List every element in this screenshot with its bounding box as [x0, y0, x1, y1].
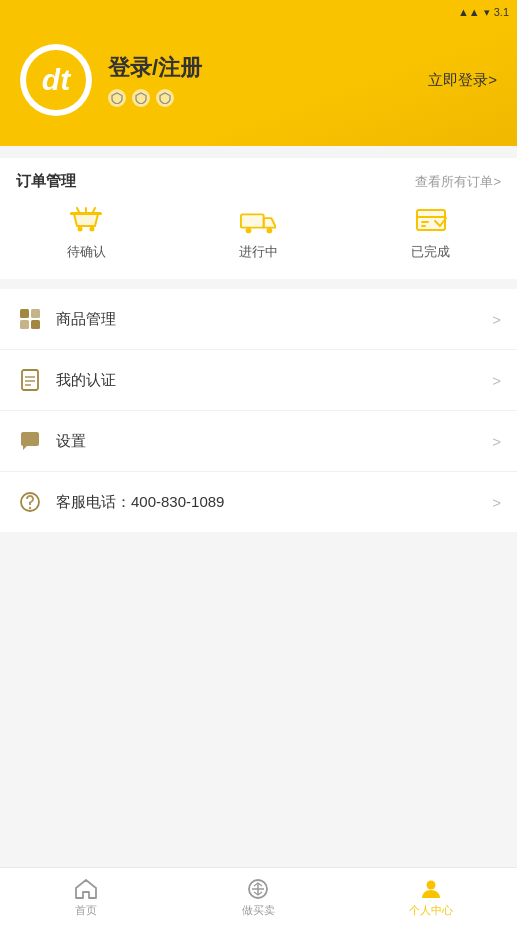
product-icon — [16, 305, 44, 333]
svg-point-4 — [246, 228, 252, 234]
cert-label: 我的认证 — [56, 371, 492, 390]
profile-icon — [419, 878, 443, 900]
product-label: 商品管理 — [56, 310, 492, 329]
badge-1 — [108, 89, 126, 107]
orders-header: 订单管理 查看所有订单> — [0, 158, 517, 201]
order-in-progress[interactable]: 进行中 — [172, 205, 344, 261]
orders-section: 订单管理 查看所有订单> — [0, 158, 517, 279]
nav-profile[interactable]: 个人中心 — [345, 878, 517, 918]
support-arrow: > — [492, 494, 501, 511]
svg-rect-0 — [70, 212, 102, 215]
order-completed-label: 已完成 — [411, 243, 450, 261]
nav-trade-label: 做买卖 — [242, 903, 275, 918]
svg-rect-14 — [31, 309, 40, 318]
basket-icon — [67, 205, 105, 237]
battery-indicator: 3.1 — [494, 6, 509, 18]
cert-arrow: > — [492, 372, 501, 389]
svg-point-22 — [29, 507, 31, 509]
support-icon — [16, 488, 44, 516]
nav-home-label: 首页 — [75, 903, 97, 918]
wifi-icon: ▾ — [484, 6, 490, 19]
profile-header: dt 登录/注册 立即登录> — [0, 24, 517, 146]
svg-rect-9 — [417, 210, 445, 230]
avatar-logo: dt — [26, 50, 86, 110]
signal-icon: ▲▲ — [458, 6, 480, 18]
profile-info: 登录/注册 — [108, 53, 202, 107]
settings-label: 设置 — [56, 432, 492, 451]
badge-3 — [156, 89, 174, 107]
delivery-icon — [239, 205, 277, 237]
settings-arrow: > — [492, 433, 501, 450]
view-all-orders-link[interactable]: 查看所有订单> — [415, 173, 501, 191]
svg-rect-12 — [421, 225, 426, 227]
svg-rect-17 — [22, 370, 38, 390]
svg-rect-7 — [264, 218, 275, 228]
orders-title: 订单管理 — [16, 172, 76, 191]
profile-title: 登录/注册 — [108, 53, 202, 83]
order-in-progress-label: 进行中 — [239, 243, 278, 261]
menu-item-cert[interactable]: 我的认证 > — [0, 350, 517, 411]
support-label: 客服电话：400-830-1089 — [56, 493, 492, 512]
svg-point-2 — [90, 227, 95, 232]
menu-item-support[interactable]: 客服电话：400-830-1089 > — [0, 472, 517, 532]
svg-rect-16 — [31, 320, 40, 329]
chat-icon — [16, 427, 44, 455]
svg-rect-15 — [20, 320, 29, 329]
svg-point-1 — [78, 227, 83, 232]
cert-icon — [16, 366, 44, 394]
avatar: dt — [20, 44, 92, 116]
nav-profile-label: 个人中心 — [409, 903, 453, 918]
bottom-navigation: 首页 做买卖 个人中心 — [0, 867, 517, 927]
svg-point-26 — [426, 880, 435, 889]
trade-icon — [246, 878, 270, 900]
svg-rect-6 — [241, 214, 264, 227]
order-completed[interactable]: 已完成 — [345, 205, 517, 261]
status-bar: ▲▲ ▾ 3.1 — [0, 0, 517, 24]
completed-icon — [412, 205, 450, 237]
trust-badges — [108, 89, 202, 107]
nav-trade[interactable]: 做买卖 — [172, 878, 344, 918]
svg-rect-11 — [421, 221, 429, 223]
badge-2 — [132, 89, 150, 107]
order-status-list: 待确认 进行中 — [0, 201, 517, 279]
svg-point-5 — [267, 228, 273, 234]
order-pending[interactable]: 待确认 — [0, 205, 172, 261]
svg-rect-13 — [20, 309, 29, 318]
nav-home[interactable]: 首页 — [0, 878, 172, 918]
menu-section: 商品管理 > 我的认证 > 设置 > — [0, 289, 517, 532]
order-pending-label: 待确认 — [67, 243, 106, 261]
menu-item-settings[interactable]: 设置 > — [0, 411, 517, 472]
profile-left: dt 登录/注册 — [20, 44, 202, 116]
home-icon — [74, 878, 98, 900]
product-arrow: > — [492, 311, 501, 328]
menu-item-product[interactable]: 商品管理 > — [0, 289, 517, 350]
login-button[interactable]: 立即登录> — [428, 71, 497, 90]
